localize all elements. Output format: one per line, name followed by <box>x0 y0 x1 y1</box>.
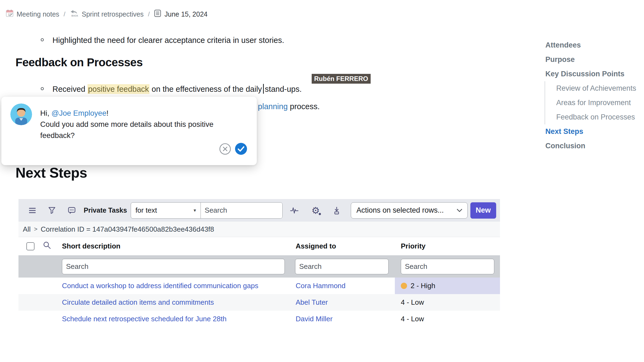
outline-item-next-steps[interactable]: Next Steps <box>544 124 644 139</box>
mention-link[interactable]: @Joe Employee <box>51 109 106 117</box>
record-link-short-description[interactable]: Conduct a workshop to address identified… <box>62 282 258 290</box>
comment-text: Hi, @Joe Employee! Could you add some mo… <box>40 108 243 141</box>
document-icon <box>154 10 161 19</box>
bullet-text[interactable]: Received positive feedback on the effect… <box>52 84 302 95</box>
actions-on-rows-select[interactable]: Actions on selected rows... <box>351 202 468 219</box>
collaborator-text-caret <box>263 84 264 94</box>
list-search-combo: for text ▼ <box>131 202 283 219</box>
table-header-row: Short description Assigned to Priority <box>18 237 500 255</box>
column-search-row <box>18 255 500 278</box>
record-link-assigned-to[interactable]: Abel Tuter <box>296 298 328 306</box>
outline-item-conclusion[interactable]: Conclusion <box>544 139 644 153</box>
back-arrow-icon: BACK <box>70 9 79 19</box>
table-row: Circulate detailed action items and comm… <box>18 294 500 311</box>
filter-condition-link[interactable]: Correlation ID = 147a043947fe46500a82b3e… <box>41 225 214 234</box>
search-toggle-icon[interactable] <box>43 241 51 251</box>
comment-actions <box>219 142 248 155</box>
list-menu-icon[interactable] <box>29 207 36 213</box>
comments-icon[interactable] <box>68 207 76 214</box>
breadcrumb-label: Meeting notes <box>17 10 59 18</box>
doc-bullet-acceptance-criteria: Highlighted the need for clearer accepta… <box>41 35 284 46</box>
search-type-value: for text <box>135 206 157 215</box>
export-download-icon[interactable] <box>333 206 340 215</box>
select-all-checkbox[interactable] <box>26 242 35 250</box>
list-title: Private Tasks <box>84 206 127 214</box>
dismiss-comment-icon[interactable] <box>219 143 231 155</box>
section-heading-next-steps[interactable]: Next Steps <box>15 165 87 181</box>
priority-cell-highlighted[interactable]: 2 - High <box>395 278 500 294</box>
outline-item-attendees[interactable]: Attendees <box>544 38 644 52</box>
table-row: Conduct a workshop to address identified… <box>18 278 500 294</box>
doc-link-planning[interactable]: t planning <box>254 102 288 111</box>
breadcrumb-gt-separator: > <box>34 226 37 233</box>
section-heading-feedback-on-processes[interactable]: Feedback on Processes <box>15 56 143 69</box>
avatar <box>10 103 32 125</box>
bullet-icon <box>41 38 44 41</box>
record-link-assigned-to[interactable]: David Miller <box>296 315 333 323</box>
short-description-search-input[interactable] <box>62 259 285 274</box>
record-link-short-description[interactable]: Circulate detailed action items and comm… <box>62 298 214 306</box>
record-link-assigned-to[interactable]: Cora Hammond <box>296 282 346 290</box>
breadcrumb-label: Sprint retrospectives <box>82 10 144 18</box>
calendar-icon: 17 <box>6 10 13 19</box>
breadcrumb-separator: / <box>148 10 150 18</box>
outline-item-key-discussion-points[interactable]: Key Discussion Points <box>544 67 644 81</box>
breadcrumb-item-meeting-notes[interactable]: 17 Meeting notes <box>6 10 59 19</box>
list-search-input[interactable] <box>201 203 282 218</box>
column-header-short-description[interactable]: Short description <box>58 242 289 250</box>
comment-body: Could you add some more details about th… <box>40 120 213 140</box>
outline-subsection: Review of Achievements Areas for Improve… <box>544 81 644 124</box>
comment-popup: Hi, @Joe Employee! Could you add some mo… <box>1 97 257 165</box>
chevron-down-icon <box>457 209 462 212</box>
bullet-icon <box>41 87 44 90</box>
outline-item-feedback-on-processes[interactable]: Feedback on Processes <box>545 110 644 124</box>
priority-value: 4 - Low <box>401 298 424 307</box>
list-toolbar: Private Tasks for text ▼ ⚙ <box>18 199 500 222</box>
settings-gear-icon[interactable]: ⚙ <box>311 206 320 215</box>
priority-cell[interactable]: 4 - Low <box>395 311 500 327</box>
assigned-to-search-input[interactable] <box>295 259 389 274</box>
list-filter-breadcrumb: All > Correlation ID = 147a043947fe46500… <box>18 222 500 237</box>
search-type-dropdown[interactable]: for text ▼ <box>131 203 201 218</box>
svg-text:BACK: BACK <box>71 14 78 17</box>
doc-bullet-positive-feedback: Received positive feedback on the effect… <box>41 84 302 95</box>
priority-search-input[interactable] <box>401 259 494 274</box>
priority-value: 4 - Low <box>401 315 424 323</box>
breadcrumb-item-sprint-retrospectives[interactable]: BACK Sprint retrospectives <box>70 9 144 19</box>
priority-dot-icon <box>401 283 407 289</box>
filter-all-link[interactable]: All <box>23 225 31 234</box>
private-tasks-list: Private Tasks for text ▼ ⚙ <box>18 199 500 327</box>
column-header-assigned-to[interactable]: Assigned to <box>289 242 395 250</box>
dropdown-arrow-icon: ▼ <box>193 208 197 213</box>
new-record-button[interactable]: New <box>470 202 496 219</box>
column-header-priority[interactable]: Priority <box>395 242 500 250</box>
actions-select-value: Actions on selected rows... <box>357 206 444 215</box>
table-row: Schedule next retrospective scheduled fo… <box>18 311 500 327</box>
breadcrumb: 17 Meeting notes / BACK Sprint retrospec… <box>6 9 208 19</box>
priority-cell[interactable]: 4 - Low <box>395 294 500 311</box>
resolve-comment-icon[interactable] <box>235 142 248 155</box>
priority-value: 2 - High <box>411 282 435 290</box>
outline-panel: Attendees Purpose Key Discussion Points … <box>544 38 644 153</box>
page: 17 Meeting notes / BACK Sprint retrospec… <box>0 0 644 362</box>
highlighted-text[interactable]: positive feedback <box>87 84 149 94</box>
record-link-short-description[interactable]: Schedule next retrospective scheduled fo… <box>62 315 227 323</box>
outline-item-areas-for-improvement[interactable]: Areas for Improvement <box>545 96 644 110</box>
collaborator-cursor-label: Rubén FERRERO <box>312 74 371 84</box>
outline-item-review-of-achievements[interactable]: Review of Achievements <box>545 81 644 96</box>
outline-item-purpose[interactable]: Purpose <box>544 52 644 67</box>
breadcrumb-item-current-page[interactable]: June 15, 2024 <box>154 10 207 19</box>
bullet-text[interactable]: Highlighted the need for clearer accepta… <box>52 35 284 46</box>
filter-icon[interactable] <box>48 207 55 214</box>
breadcrumb-label: June 15, 2024 <box>164 10 207 18</box>
breadcrumb-separator: / <box>64 10 65 18</box>
activity-stream-icon[interactable] <box>290 207 298 214</box>
doc-bullet-partially-hidden: t planning process. <box>254 101 320 112</box>
header-gutter <box>18 237 58 255</box>
